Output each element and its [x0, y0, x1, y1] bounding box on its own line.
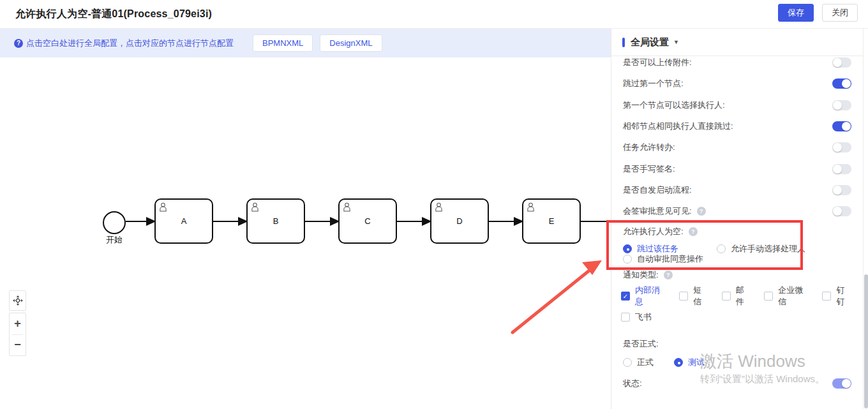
checkbox-internal-message[interactable]: [621, 292, 630, 301]
option-dingtalk[interactable]: 钉钉: [822, 285, 851, 308]
setting-label: 是否手写签名:: [623, 163, 675, 175]
header-actions: 保存 关闭: [778, 4, 858, 22]
option-label[interactable]: 内部消息: [635, 285, 666, 308]
checkbox-feishu[interactable]: [621, 313, 630, 322]
adjacent-same-executor-skip-toggle[interactable]: [832, 121, 851, 131]
option-feishu[interactable]: 飞书: [621, 311, 652, 323]
checkbox-email[interactable]: [722, 292, 731, 301]
option-label[interactable]: 短信: [693, 285, 708, 308]
app-header: 允许执行人为空-普通01(Process_079ei3i) 保存 关闭: [0, 0, 868, 29]
setting-label: 允许执行人为空:: [623, 226, 684, 237]
option-label[interactable]: 测试: [688, 357, 705, 368]
panel-title: 全局设置: [631, 36, 669, 48]
setting-label: 是否自发启动流程:: [623, 184, 692, 196]
checkbox-dingtalk[interactable]: [822, 292, 831, 301]
status-row: 状态:: [623, 376, 851, 390]
scrollbar-thumb[interactable]: [864, 274, 868, 408]
checkbox-sms[interactable]: [679, 292, 688, 301]
option-label[interactable]: 企业微信: [778, 285, 809, 308]
setting-row-handwritten-signature: 是否手写签名:: [623, 162, 851, 176]
reset-position-button[interactable]: [9, 290, 26, 311]
chevron-down-icon[interactable]: ▼: [673, 39, 679, 45]
executor-empty-options-row2: 自动审批同意操作: [623, 252, 851, 266]
close-button[interactable]: 关闭: [822, 4, 858, 22]
setting-row-countersign-visible: 会签审批意见可见: ?: [623, 204, 851, 218]
zoom-out-button[interactable]: −: [10, 334, 26, 355]
page-title: 允许执行人为空-普通01(Process_079ei3i): [15, 8, 212, 21]
setting-label: 是否正式:: [623, 338, 659, 350]
option-label[interactable]: 飞书: [635, 311, 652, 323]
first-node-choose-executor-toggle[interactable]: [832, 100, 851, 110]
handwritten-signature-toggle[interactable]: [832, 164, 851, 174]
help-circle-icon[interactable]: ?: [689, 227, 698, 236]
task-node-b[interactable]: B: [246, 198, 305, 244]
designxml-button[interactable]: DesignXML: [320, 34, 382, 52]
task-node-c[interactable]: C: [338, 198, 397, 244]
task-node-a[interactable]: A: [154, 198, 213, 244]
zoom-control-group: + −: [9, 313, 26, 356]
accent-bar: [622, 38, 625, 47]
setting-label: 状态:: [623, 378, 642, 389]
user-task-icon: [343, 202, 351, 214]
option-test[interactable]: 测试: [674, 357, 705, 368]
radio-test[interactable]: [674, 358, 683, 367]
self-start-process-toggle[interactable]: [832, 185, 851, 195]
option-label[interactable]: 邮件: [736, 285, 751, 308]
notify-type-label-row: 通知类型: ?: [623, 268, 851, 282]
setting-label: 会签审批意见可见:: [623, 205, 692, 217]
setting-row-task-transfer: 任务允许转办:: [623, 140, 851, 154]
global-config-hint: ? 点击空白处进行全局配置，点击对应的节点进行节点配置: [14, 38, 234, 49]
setting-label: 相邻节点相同执行人直接跳过:: [623, 121, 733, 132]
radio-auto-approve[interactable]: [623, 255, 632, 264]
option-label[interactable]: 自动审批同意操作: [637, 253, 703, 265]
status-toggle[interactable]: [832, 378, 851, 389]
task-node-label: E: [549, 216, 555, 226]
task-transfer-toggle[interactable]: [832, 142, 851, 152]
notify-options-row1: 内部消息 短信 邮件 企业微信 钉钉: [621, 289, 851, 303]
panel-header[interactable]: 全局设置 ▼: [611, 29, 868, 56]
info-toolbar: ? 点击空白处进行全局配置，点击对应的节点进行节点配置 BPMNXML Desi…: [0, 29, 611, 57]
setting-row-adjacent-skip: 相邻节点相同执行人直接跳过:: [623, 119, 851, 133]
start-event-label: 开始: [96, 234, 132, 246]
user-task-icon: [435, 202, 443, 214]
zoom-in-button[interactable]: +: [10, 313, 26, 334]
setting-row-skip-first-node: 跳过第一个节点:: [623, 77, 851, 91]
task-node-d[interactable]: D: [430, 198, 489, 244]
user-task-icon: [527, 202, 535, 214]
option-sms[interactable]: 短信: [679, 285, 708, 308]
setting-row-upload-attachment: 是否可以上传附件:: [623, 56, 851, 70]
task-node-e[interactable]: E: [522, 198, 581, 244]
setting-label: 任务允许转办:: [623, 142, 675, 153]
help-circle-icon[interactable]: ?: [664, 271, 673, 279]
countersign-opinion-visible-toggle[interactable]: [832, 206, 851, 216]
setting-label: 第一个节点可以选择执行人:: [623, 100, 725, 111]
radio-formal[interactable]: [623, 358, 632, 367]
skip-first-node-toggle[interactable]: [832, 78, 851, 89]
upload-attachment-toggle[interactable]: [832, 57, 851, 68]
option-formal[interactable]: 正式: [623, 357, 654, 368]
option-auto-approve[interactable]: 自动审批同意操作: [623, 253, 703, 265]
option-label[interactable]: 正式: [637, 357, 654, 368]
help-circle-icon: ?: [14, 39, 23, 48]
option-email[interactable]: 邮件: [722, 285, 751, 308]
setting-label: 跳过第一个节点:: [623, 78, 684, 89]
task-node-label: A: [181, 216, 187, 226]
option-internal-message[interactable]: 内部消息: [621, 285, 666, 308]
setting-label: 通知类型:: [623, 269, 659, 281]
save-button[interactable]: 保存: [778, 4, 814, 22]
checkbox-wecom[interactable]: [764, 292, 773, 301]
user-task-icon: [159, 202, 167, 214]
flow-connectors: [0, 57, 611, 409]
user-task-icon: [251, 202, 259, 214]
start-event-node[interactable]: [103, 211, 126, 234]
help-circle-icon[interactable]: ?: [697, 207, 706, 216]
setting-row-first-node-executor: 第一个节点可以选择执行人:: [623, 98, 851, 112]
option-label[interactable]: 钉钉: [836, 285, 851, 308]
option-wecom[interactable]: 企业微信: [764, 285, 809, 308]
panel-scrollbar[interactable]: [863, 29, 868, 409]
setting-row-self-start: 是否自发启动流程:: [623, 183, 851, 197]
bpmn-canvas[interactable]: 开始 A B C D E +: [0, 57, 611, 409]
executor-empty-label-row: 允许执行人为空: ?: [623, 225, 851, 239]
task-node-label: C: [364, 216, 370, 226]
bpmnxml-button[interactable]: BPMNXML: [253, 34, 313, 52]
